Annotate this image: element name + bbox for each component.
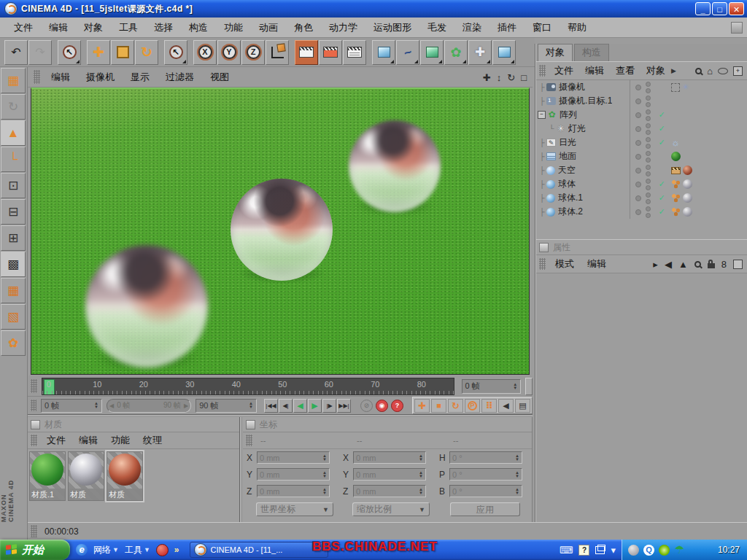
sound-toggle-button[interactable]: ⊘ <box>360 400 373 412</box>
home-icon[interactable]: ⌂ <box>707 66 713 76</box>
scale-mode-dropdown[interactable]: 缩放比例 ▼ <box>352 502 430 516</box>
layer-dot[interactable] <box>635 85 641 90</box>
keyboard-icon[interactable]: ⌨ <box>560 545 573 556</box>
layer-dot[interactable] <box>635 98 641 104</box>
tool-uv-mode[interactable]: ▩ <box>1 252 26 277</box>
coordinate-system-dropdown[interactable]: 世界坐标 ▼ <box>256 502 333 516</box>
quicktime-icon[interactable]: Q <box>643 545 654 556</box>
coord-field-y[interactable]: 0 mm▲▼ <box>353 468 426 481</box>
spinner-arrows-icon[interactable]: ▲▼ <box>322 471 327 478</box>
tool-model-mode[interactable]: ▲ <box>1 120 26 146</box>
tool-object-axis-mode[interactable]: └ <box>1 147 26 172</box>
attributes-menu-item-0[interactable]: 模式 <box>549 257 581 271</box>
spinner-arrows-icon[interactable]: ▲▼ <box>322 488 327 495</box>
prev-frame-button[interactable]: ◀| <box>279 399 293 413</box>
sun-tag-icon[interactable]: ☼ <box>671 137 680 148</box>
menubar-item-0[interactable]: 文件 <box>6 21 41 34</box>
tool-render-settings[interactable] <box>343 40 366 65</box>
drag-grip[interactable] <box>31 435 37 446</box>
menubar-item-7[interactable]: 动画 <box>251 21 286 34</box>
coord-field-x[interactable]: 0 mm▲▼ <box>257 451 330 464</box>
viewport-menu-item-3[interactable]: 过滤器 <box>158 71 202 84</box>
spinner-arrows-icon[interactable]: ▲▼ <box>249 402 253 409</box>
menubar-item-10[interactable]: 运动图形 <box>365 21 419 34</box>
antivirus-icon[interactable]: ☂ <box>674 545 685 556</box>
spinner-arrows-icon[interactable]: ▲▼ <box>322 454 327 462</box>
visibility-dots[interactable] <box>646 179 651 190</box>
coord-field-y[interactable]: 0 mm▲▼ <box>257 468 330 481</box>
layer-dot[interactable] <box>635 209 641 215</box>
layer-dot[interactable] <box>635 126 641 132</box>
phong-tag-icon[interactable] <box>671 193 681 203</box>
sphere-middle[interactable] <box>231 179 333 281</box>
lang-arrow-icon[interactable]: ▾ <box>611 545 616 556</box>
drag-grip[interactable] <box>539 258 546 271</box>
maximize-button[interactable]: □ <box>712 2 727 15</box>
coord-field-z[interactable]: 0 mm▲▼ <box>257 485 330 497</box>
drag-grip[interactable] <box>539 65 546 77</box>
drag-grip[interactable] <box>31 379 37 393</box>
keyframe-presets-button[interactable]: ▤ <box>515 399 530 413</box>
enabled-check-icon[interactable]: ✓ <box>655 124 668 133</box>
menubar-item-5[interactable]: 构造 <box>181 21 216 34</box>
tool-texture-axis-mode[interactable]: ▧ <box>1 304 26 330</box>
next-frame-button[interactable]: |▶ <box>322 399 336 413</box>
tool-undo[interactable]: ↶ <box>4 40 28 65</box>
tool-scale[interactable] <box>111 40 134 65</box>
spinner-arrows-icon[interactable]: ▲▼ <box>515 488 519 495</box>
spinner-arrows-icon[interactable]: ▲▼ <box>419 471 423 478</box>
forward-icon[interactable]: ▲ <box>678 260 688 269</box>
restore-icon[interactable] <box>595 546 605 554</box>
rotate-view-icon[interactable]: ↻ <box>507 72 515 83</box>
material-mat-1[interactable]: 材质.1 <box>29 451 66 501</box>
zoom-icon[interactable]: ↕ <box>497 72 502 83</box>
material-mat-3[interactable]: 材质 <box>107 451 143 501</box>
pan-icon[interactable]: ✚ <box>483 72 491 83</box>
network-menu[interactable]: 网络▼ <box>93 544 119 556</box>
materials-menu-item-3[interactable]: 纹理 <box>136 434 169 447</box>
spinner-arrows-icon[interactable]: ▲▼ <box>419 454 423 462</box>
apply-button[interactable]: 应用 <box>450 502 520 516</box>
enabled-check-icon[interactable]: ✓ <box>655 207 668 217</box>
frame-range-slider[interactable]: ◀ 0 帧 90 帧 ▶ <box>107 399 191 413</box>
tool-redo[interactable]: ↷ <box>28 40 52 65</box>
drag-grip[interactable] <box>31 400 36 412</box>
visibility-dots[interactable] <box>646 123 651 135</box>
enabled-check-icon[interactable]: ✓ <box>655 179 668 189</box>
tool-edges-mode[interactable]: ⊟ <box>1 199 26 225</box>
tree-item-floor[interactable]: ├地面 <box>536 149 747 163</box>
visibility-dots[interactable] <box>646 82 651 93</box>
menubar-item-3[interactable]: 工具 <box>111 21 146 34</box>
collapse-icon[interactable]: − <box>538 111 546 119</box>
tool-rotate[interactable]: ↻ <box>135 40 158 65</box>
attributes-menu-item-1[interactable]: 编辑 <box>581 257 613 271</box>
tools-menu[interactable]: 工具▼ <box>125 544 150 556</box>
tool-polygons-mode[interactable]: ⊞ <box>1 225 26 251</box>
tool-texture-mode[interactable]: ▦ <box>1 278 26 303</box>
start-button[interactable]: 开始 <box>0 540 70 560</box>
tool-lock-y[interactable]: Y <box>217 40 241 65</box>
tool-hypernurbs[interactable] <box>420 40 444 65</box>
drag-grip[interactable] <box>31 525 37 537</box>
panel-icon[interactable] <box>539 243 549 252</box>
layer-dot[interactable] <box>635 195 641 201</box>
layer-dot[interactable] <box>635 154 641 160</box>
menubar-item-14[interactable]: 窗口 <box>525 21 560 34</box>
auto-key-button[interactable]: ? <box>391 400 403 412</box>
drag-grip[interactable] <box>246 435 252 446</box>
eye-icon[interactable] <box>718 68 728 74</box>
object-manager-menu-item-3[interactable]: 对象 <box>640 64 671 77</box>
sphere-front[interactable] <box>85 245 208 368</box>
tool-kinematics[interactable]: ✿ <box>1 330 26 356</box>
tool-lock-x[interactable]: X <box>193 40 217 65</box>
tool-points-mode[interactable]: ⊡ <box>1 173 26 198</box>
history-count-icon[interactable]: 8 <box>721 260 727 269</box>
visibility-dots[interactable] <box>646 151 651 163</box>
tool-spline[interactable]: ~ <box>396 40 419 65</box>
visibility-dots[interactable] <box>646 192 651 204</box>
coord-field-p[interactable]: 0 °▲▼ <box>449 468 522 481</box>
tool-selection-tool[interactable]: ↖ <box>164 40 187 65</box>
layer-dot[interactable] <box>635 168 641 174</box>
expand-icon[interactable]: ▸ <box>653 260 658 269</box>
tool-coord-system[interactable] <box>266 40 289 65</box>
